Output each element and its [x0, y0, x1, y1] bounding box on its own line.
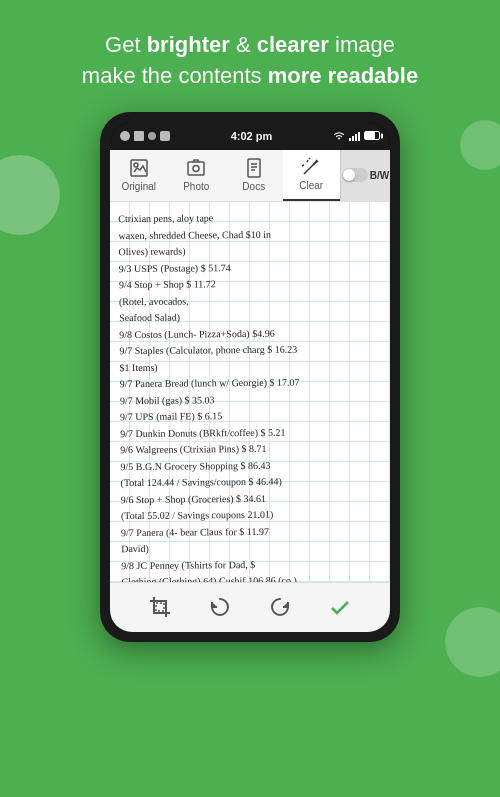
- confirm-button[interactable]: [322, 589, 358, 625]
- signal-bar-3: [355, 134, 357, 141]
- document-line: 9/3 USPS (Postage) $ 51.74: [119, 258, 379, 276]
- toolbar-photo[interactable]: Photo: [168, 150, 226, 201]
- signal-bar-2: [352, 136, 354, 141]
- document-line: 9/7 Mobil (gas) $ 35.03: [120, 390, 380, 408]
- photo-icon: [186, 158, 206, 178]
- toolbar-docs[interactable]: Docs: [225, 150, 283, 201]
- document-line: waxen, shredded Cheese, Chad $10 in: [118, 225, 378, 243]
- clear-label: Clear: [299, 180, 323, 191]
- notification-square: [134, 131, 144, 141]
- notification-dot: [120, 131, 130, 141]
- status-left-icons: [120, 131, 170, 141]
- header-amp: &: [230, 32, 257, 57]
- app-toolbar: Original Photo: [110, 150, 390, 202]
- svg-point-1: [134, 163, 138, 167]
- document-line: 9/4 Stop + Shop $ 11.72: [119, 274, 379, 292]
- svg-rect-2: [188, 162, 204, 175]
- toggle-track: [342, 168, 368, 182]
- header-line2: make the contents: [82, 63, 268, 88]
- signal-icon: [349, 131, 360, 141]
- toolbar-clear[interactable]: Clear: [283, 150, 341, 201]
- signal-bar-4: [358, 132, 360, 141]
- header-clearer: clearer: [257, 32, 329, 57]
- svg-rect-10: [156, 603, 164, 611]
- crop-button[interactable]: [142, 589, 178, 625]
- rotate-left-button[interactable]: [202, 589, 238, 625]
- notification-dot2: [148, 132, 156, 140]
- document-line: 9/5 B.G.N Grocery Shopping $ 86.43: [120, 456, 380, 474]
- document-line: 9/7 Dunkin Donuts (BRkft/coffee) $ 5.21: [120, 423, 380, 441]
- decorative-circle-right-bottom: [445, 607, 500, 677]
- wand-icon: [301, 157, 321, 177]
- document-line: 9/7 Staples (Calculator, phone charg $ 1…: [119, 340, 379, 358]
- document-line: (Rotel, avocados,: [119, 291, 379, 309]
- main-container: Get brighter & clearer image make the co…: [0, 0, 500, 797]
- header-text: Get brighter & clearer image make the co…: [20, 30, 480, 92]
- document-line: 9/7 Panera (4- bear Claus for $ 11.97: [121, 522, 381, 540]
- document-area: Ctrixian pens, aloy tapewaxen, shredded …: [110, 202, 390, 582]
- bw-toggle-container: [342, 168, 368, 182]
- status-bar: 4:02 pm: [110, 122, 390, 150]
- handwritten-note: Ctrixian pens, aloy tapewaxen, shredded …: [118, 208, 382, 581]
- document-line: 9/8 Costos (Lunch- Pizza+Soda) $4.96: [119, 324, 379, 342]
- document-line: David): [121, 538, 381, 556]
- decorative-circle-left: [0, 155, 60, 235]
- bw-label: B/W: [370, 170, 389, 181]
- battery-fill: [365, 132, 375, 139]
- status-right-icons: [333, 130, 380, 142]
- docs-label: Docs: [242, 181, 265, 192]
- phone-inner: 4:02 pm: [110, 122, 390, 632]
- header-brighter: brighter: [147, 32, 230, 57]
- status-time: 4:02 pm: [231, 130, 273, 142]
- decorative-circle-right-top: [460, 120, 500, 170]
- original-icon: [129, 158, 149, 178]
- document-line: Ctrixian pens, aloy tape: [118, 208, 378, 226]
- toolbar-original[interactable]: Original: [110, 150, 168, 201]
- original-label: Original: [122, 181, 156, 192]
- document-content: Ctrixian pens, aloy tapewaxen, shredded …: [110, 202, 390, 582]
- document-line: 9/7 Panera Bread (lunch w/ Georgie) $ 17…: [120, 373, 380, 391]
- battery-icon: [364, 131, 380, 140]
- signal-bar-1: [349, 138, 351, 141]
- notification-icon: [160, 131, 170, 141]
- toolbar-bw-toggle[interactable]: B/W: [340, 150, 390, 201]
- document-line: Olives) rewards): [118, 241, 378, 259]
- rotate-right-button[interactable]: [262, 589, 298, 625]
- header-section: Get brighter & clearer image make the co…: [0, 0, 500, 112]
- document-line: (Total 55.02 / Savings coupons 21.01): [121, 505, 381, 523]
- document-line: 9/6 Walgreens (Ctrixian Pins) $ 8.71: [120, 439, 380, 457]
- docs-icon: [244, 158, 264, 178]
- document-line: $1 Items): [120, 357, 380, 375]
- photo-label: Photo: [183, 181, 209, 192]
- header-line1-prefix: Get: [105, 32, 147, 57]
- document-line: (Total 124.44 / Savings/coupon $ 46.44): [121, 472, 381, 490]
- document-line: Clothing (Clothing) 64) Cushif 106.86 (c…: [121, 571, 381, 581]
- toggle-thumb: [343, 169, 355, 181]
- svg-line-8: [304, 165, 313, 174]
- svg-point-3: [193, 166, 199, 172]
- phone-mockup: 4:02 pm: [100, 112, 400, 642]
- document-line: 9/8 JC Penney (Tshirts for Dad, $: [121, 555, 381, 573]
- header-more-readable: more readable: [268, 63, 418, 88]
- bottom-toolbar: [110, 582, 390, 632]
- document-line: Seafood Salad): [119, 307, 379, 325]
- document-line: 9/7 UPS (mail FE) $ 6.15: [120, 406, 380, 424]
- svg-rect-4: [248, 159, 260, 177]
- wifi-icon: [333, 130, 345, 142]
- document-line: 9/6 Stop + Shop (Groceries) $ 34.61: [121, 489, 381, 507]
